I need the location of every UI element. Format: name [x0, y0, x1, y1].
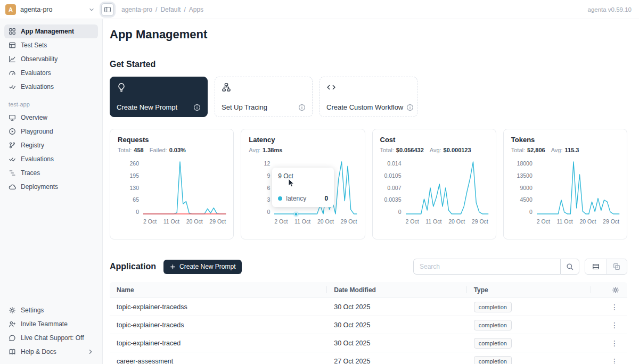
search-button[interactable]: [560, 259, 579, 275]
application-controls: [413, 259, 627, 275]
main-content: App Management Get Started Create New Pr…: [103, 19, 639, 364]
breadcrumb-project[interactable]: Default: [160, 6, 181, 13]
app-date-modified: 30 Oct 2025: [327, 340, 466, 347]
sidebar-item-evaluators[interactable]: Evaluators: [4, 66, 98, 80]
stat-title: Tokens: [511, 136, 619, 144]
stat-card-requests: Requests Total: 458 Failed: 0.03% 260195…: [110, 129, 234, 239]
create-custom-workflow-card[interactable]: Create Custom Workflow: [320, 77, 417, 117]
sidebar-item-label: Help & Docs: [21, 348, 56, 355]
git-branch-icon: [9, 142, 16, 149]
stats-row: Requests Total: 458 Failed: 0.03% 260195…: [110, 129, 627, 239]
table-icon: [9, 42, 16, 49]
stat-card-latency: Latency Avg: 1.38ms 129630 2 Oct11 Oct20…: [241, 129, 365, 239]
y-axis: 1800013500900045000: [511, 161, 532, 215]
info-icon[interactable]: [298, 104, 306, 111]
card-label: Set Up Tracing: [222, 103, 267, 111]
sidebar-item-observability[interactable]: Observability: [4, 52, 98, 66]
sidebar-item-settings[interactable]: Settings: [4, 303, 98, 317]
sidebar-item-overview[interactable]: Overview: [4, 111, 98, 125]
stat-title: Latency: [249, 136, 357, 144]
sidebar-item-label: Evaluators: [21, 69, 51, 77]
type-badge: completion: [474, 338, 512, 349]
card-view-icon: [613, 263, 620, 270]
column-header-name: Name: [110, 282, 327, 297]
sidebar-item-label: Live Chat Support: Off: [21, 334, 84, 342]
view-toggle: [585, 259, 627, 275]
grid-icon: [9, 28, 16, 35]
table-view-icon: [592, 263, 600, 270]
book-icon: [9, 348, 16, 355]
sidebar-item-app-management[interactable]: App Management: [4, 24, 98, 38]
flow-icon: [222, 82, 306, 92]
create-new-prompt-button[interactable]: Create New Prompt: [163, 260, 242, 274]
application-header-row: Application Create New Prompt: [110, 259, 627, 275]
y-axis: 260195130650: [118, 161, 139, 215]
table-settings-button[interactable]: [591, 282, 627, 297]
stat-card-tokens: Tokens Total: 52,806 Avg: 115.3 18000135…: [503, 129, 627, 239]
table-view-button[interactable]: [585, 259, 606, 274]
stat-title: Requests: [118, 136, 226, 144]
row-menu-button[interactable]: ⋮: [591, 357, 627, 364]
tokens-chart[interactable]: 1800013500900045000 2 Oct11 Oct20 Oct29 …: [511, 161, 619, 225]
type-badge: completion: [474, 320, 512, 330]
sidebar-item-deployments[interactable]: Deployments: [4, 180, 98, 194]
table-row[interactable]: topic-explainer-traceds 30 Oct 2025 comp…: [110, 316, 627, 334]
chevron-down-icon: [88, 6, 95, 13]
table-row[interactable]: topic-explainer-tracedss 30 Oct 2025 com…: [110, 298, 627, 316]
sidebar-item-traces[interactable]: Traces: [4, 166, 98, 180]
search-input[interactable]: [413, 259, 560, 275]
type-badge: completion: [474, 302, 512, 312]
get-started-cards: Create New Prompt Set Up Tracing Create …: [110, 77, 627, 117]
table-row[interactable]: topic-explainer-traced 30 Oct 2025 compl…: [110, 334, 627, 352]
sidebar-item-help-docs[interactable]: Help & Docs: [4, 345, 98, 359]
info-icon[interactable]: [193, 104, 201, 111]
more-vertical-icon: ⋮: [611, 339, 618, 348]
gear-icon: [9, 307, 16, 314]
sidebar-item-app-evaluations[interactable]: Evaluations: [4, 152, 98, 166]
gear-icon: [612, 286, 619, 294]
sidebar-item-registry[interactable]: Registry: [4, 138, 98, 152]
sidebar-item-evaluations[interactable]: Evaluations: [4, 80, 98, 94]
cost-chart[interactable]: 0.0140.01050.0070.00350 2 Oct11 Oct20 Oc…: [380, 161, 488, 225]
app-date-modified: 30 Oct 2025: [327, 321, 466, 329]
page-title: App Management: [110, 28, 627, 42]
breadcrumb-separator: /: [184, 6, 185, 13]
code-icon: [326, 82, 411, 92]
requests-plot[interactable]: [143, 161, 226, 215]
create-new-prompt-card[interactable]: Create New Prompt: [110, 77, 208, 117]
sidebar-item-label: Observability: [21, 55, 58, 63]
sidebar-item-invite-teammate[interactable]: Invite Teammate: [4, 317, 98, 331]
sidebar-toggle-button[interactable]: [101, 3, 114, 16]
breadcrumb-page[interactable]: Apps: [189, 6, 203, 13]
double-check-icon: [9, 83, 16, 90]
cost-plot[interactable]: [406, 161, 488, 215]
get-started-title: Get Started: [110, 60, 627, 69]
row-menu-button[interactable]: ⋮: [591, 339, 627, 348]
requests-chart[interactable]: 260195130650 2 Oct11 Oct20 Oct29 Oct: [118, 161, 226, 225]
hover-point: [294, 212, 298, 216]
table-row[interactable]: career-assessment 27 Oct 2025 completion…: [110, 352, 627, 364]
sidebar-item-live-chat-support[interactable]: Live Chat Support: Off: [4, 331, 98, 345]
row-menu-button[interactable]: ⋮: [591, 321, 627, 329]
more-vertical-icon: ⋮: [611, 357, 618, 364]
row-menu-button[interactable]: ⋮: [591, 303, 627, 311]
set-up-tracing-card[interactable]: Set Up Tracing: [215, 77, 313, 117]
breadcrumb-workspace[interactable]: agenta-pro: [121, 6, 152, 13]
workspace-selector[interactable]: A agenta-pro: [5, 4, 95, 15]
chart-tooltip: 9 Oct latency 0: [272, 168, 334, 207]
sidebar-item-label: Invite Teammate: [21, 320, 68, 328]
breadcrumb: agenta-pro / Default / Apps: [121, 6, 203, 13]
sidebar-item-test-sets[interactable]: Test Sets: [4, 38, 98, 52]
card-view-button[interactable]: [606, 259, 627, 274]
double-check-icon: [9, 155, 16, 163]
tokens-plot[interactable]: [537, 161, 619, 215]
sidebar-bottom-nav: Settings Invite Teammate Live Chat Suppo…: [4, 303, 98, 359]
app-date-modified: 30 Oct 2025: [327, 303, 466, 311]
search-icon: [566, 263, 574, 270]
sidebar-item-playground[interactable]: Playground: [4, 125, 98, 138]
stat-metrics: Total: 458 Failed: 0.03%: [118, 147, 226, 153]
y-axis: 129630: [249, 161, 270, 215]
info-icon[interactable]: [406, 104, 414, 111]
sidebar-item-label: Playground: [21, 128, 53, 135]
x-axis: 2 Oct11 Oct20 Oct29 Oct: [274, 215, 357, 225]
